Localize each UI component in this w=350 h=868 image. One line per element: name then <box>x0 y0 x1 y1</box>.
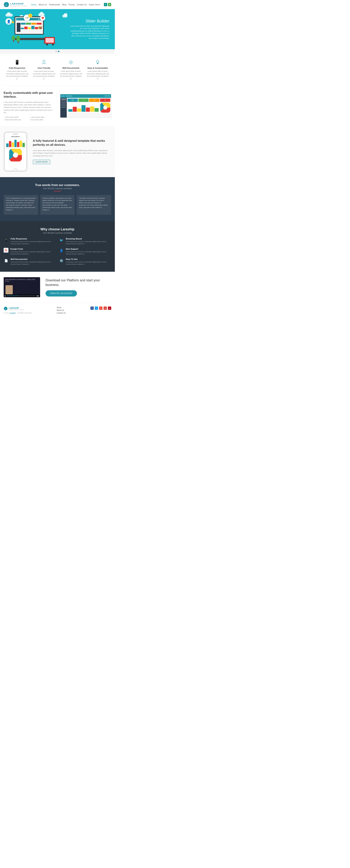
gear-icon-svg <box>68 60 73 65</box>
cart-svg <box>44 36 57 45</box>
phone-bar-6 <box>20 141 22 147</box>
nav-contact[interactable]: Contact Us <box>77 3 87 6</box>
bar-7 <box>95 108 98 112</box>
dot-1[interactable] <box>55 51 57 52</box>
dot-2[interactable] <box>58 51 59 52</box>
feature-text-customizable: Lorem ipsum dolor sit amet, consectetur … <box>86 70 110 80</box>
dash-sidebar <box>60 98 67 118</box>
tree-2 <box>17 35 20 44</box>
dash-stats: 108 11 085 12 <box>67 99 110 102</box>
phone-speaker <box>13 134 18 134</box>
stat-4: 12 <box>100 99 111 102</box>
why-item-text-1: Fully Responsive Lorem ipsum dolor sit a… <box>10 238 56 245</box>
trees-area <box>12 35 20 44</box>
features-section: 📱 Fully Responsive Lorem ipsum dolor sit… <box>0 54 115 86</box>
why-item-text-6: Easy To Use Lorem ipsum dolor sit amet, … <box>66 258 111 265</box>
nav-home[interactable]: Home <box>31 3 36 6</box>
social-twitter[interactable]: t <box>95 307 98 310</box>
lightbulb-icon-svg <box>96 60 99 65</box>
svg-point-6 <box>52 44 54 45</box>
bar-chart-mini <box>67 102 99 113</box>
user-icon-svg <box>42 60 46 65</box>
social-google[interactable]: g <box>104 307 107 310</box>
svg-rect-13 <box>97 64 98 64</box>
why-item-title-2: Bootstrap Based <box>66 238 111 240</box>
social-email[interactable]: ✉ <box>99 307 103 310</box>
hero-content: Slider Builder Lorem ipsum dolor sit ame… <box>69 19 109 40</box>
phone-bars <box>5 138 26 147</box>
why-item-title-6: Easy To Use <box>66 258 111 260</box>
stat-1: 108 <box>67 99 78 102</box>
bar-6 <box>90 106 94 112</box>
dash-sidebar-item-1 <box>61 99 66 100</box>
footer-brand-area: L LARASHIP SUBSCRIPTIONS © 2017 Laraship… <box>4 307 32 314</box>
video-controls: ▶ ▶▶ <box>4 294 40 297</box>
feature-text-documented: Lorem ipsum dolor sit amet, consectetur … <box>59 70 83 80</box>
footer-copyright-year: © 2017 <box>4 312 9 314</box>
why-icon-6: ⚙️ <box>59 258 64 263</box>
nav-super-user[interactable]: Super User <box>89 3 100 6</box>
create-account-button[interactable]: CREATE ACCOUNT <box>46 290 77 297</box>
social-pinterest[interactable]: p <box>108 307 111 310</box>
custom-section: Easily customizable with great user inte… <box>0 86 115 126</box>
phone-bar-4 <box>14 140 17 147</box>
phone-screen: Subscriptions <box>5 135 26 168</box>
why-icon-2: 🐦 <box>59 238 64 243</box>
why-content: Why choose Laraship Over 500,000 Custome… <box>4 227 111 265</box>
why-section: Why choose Laraship Over 500,000 Custome… <box>0 221 115 272</box>
nav-testimonials[interactable]: Testimonials <box>49 3 60 6</box>
feature-title-responsive: Fully Responsive <box>5 67 29 69</box>
testimonial-3: "Developer Has EXCELLENT Customer Suppor… <box>77 195 111 215</box>
dash-sidebar-item-3 <box>61 102 66 103</box>
nav-btn-e[interactable]: E <box>104 3 107 6</box>
dash-sidebar-item-4 <box>61 103 66 104</box>
feature-icon-documented <box>59 59 83 65</box>
custom-list-item-3: Duis lacinia dolor quis <box>4 119 29 121</box>
custom-title: Easily customizable with great user inte… <box>4 91 55 99</box>
bar-3 <box>77 108 81 112</box>
feature-title-documented: Well Documented <box>59 67 83 69</box>
testimonial-2: "Awesome platform, great features and co… <box>40 195 75 215</box>
nav-about[interactable]: About Us <box>39 3 47 6</box>
nav-blog[interactable]: Blog <box>62 3 66 6</box>
why-sub: Over 500,000 Customers worldwide <box>4 232 111 234</box>
bar-4 <box>82 105 86 112</box>
mobile-section: Subscriptions A fully featured <box>0 126 115 177</box>
hero-illustration: ☰ <box>0 9 67 49</box>
brand-icon: L <box>4 2 9 7</box>
brand-sub: SUBSCRIPTIONS <box>10 5 27 7</box>
footer-company-link[interactable]: Laraship <box>9 312 16 314</box>
dash-dot-1 <box>61 95 62 97</box>
nav-links: Home About Us Testimonials Blog Pricing … <box>31 3 111 6</box>
svg-point-8 <box>43 60 45 62</box>
feature-responsive: 📱 Fully Responsive Lorem ipsum dolor sit… <box>5 59 29 80</box>
footer-brand-icon: L <box>4 307 8 311</box>
footer-top: L LARASHIP SUBSCRIPTIONS © 2017 Laraship… <box>4 307 111 314</box>
footer-link-contact[interactable]: Contact Us <box>57 312 66 314</box>
learn-more-button[interactable]: LEARN MORE <box>33 160 50 164</box>
social-facebook[interactable]: f <box>90 307 94 310</box>
dashboard-preview: Dashboard 2009.76$ 108 11 085 <box>60 94 111 118</box>
custom-list-item-2: Lorem ipsum dolor <box>30 116 55 118</box>
feature-text-responsive: Lorem ipsum dolor sit amet, consectetur … <box>5 70 29 80</box>
custom-list: Lorem ipsum dolor Lorem ipsum dolor Duis… <box>4 116 55 121</box>
footer: L LARASHIP SUBSCRIPTIONS © 2017 Laraship… <box>0 303 115 320</box>
phone-pie <box>9 149 22 161</box>
nav-pricing[interactable]: Pricing <box>68 3 75 6</box>
why-item-1: 📱 Fully Responsive Lorem ipsum dolor sit… <box>4 238 56 245</box>
footer-link-home[interactable]: Home <box>57 307 66 309</box>
svg-rect-3 <box>46 38 54 43</box>
badge-heart: ❤️ <box>40 16 45 21</box>
footer-link-about[interactable]: About Us <box>57 309 66 311</box>
svg-point-5 <box>46 44 48 45</box>
cart-area <box>44 36 57 46</box>
slider-dots <box>0 49 115 54</box>
feature-icon-friendly <box>32 59 56 65</box>
nav-btn-g[interactable]: G <box>108 3 111 6</box>
bar-2 <box>73 107 77 112</box>
hero-title: Slider Builder <box>69 19 109 24</box>
testimonial-text-2: "Awesome platform, great features and co… <box>42 197 72 211</box>
footer-rights: . All Rights Reserved. <box>16 312 32 314</box>
brand-logo[interactable]: L LARASHIP SUBSCRIPTIONS <box>4 2 27 7</box>
dash-sidebar-item-5 <box>61 105 66 106</box>
